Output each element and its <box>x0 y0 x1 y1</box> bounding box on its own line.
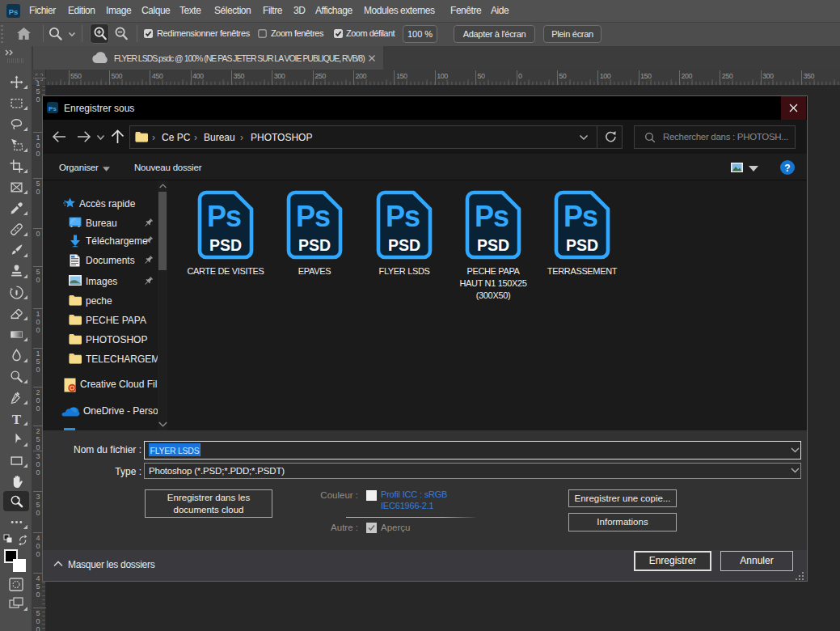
svg-text:PSD: PSD <box>566 236 598 254</box>
svg-text:PSD: PSD <box>298 236 331 254</box>
svg-text:T: T <box>12 412 22 426</box>
svg-text:Ps: Ps <box>386 200 420 233</box>
svg-text:Ps: Ps <box>475 200 509 233</box>
svg-text:?: ? <box>784 163 790 174</box>
svg-text:Ps: Ps <box>296 200 330 233</box>
svg-text:Ps: Ps <box>9 7 19 16</box>
svg-text:Ps: Ps <box>49 105 57 112</box>
svg-text:Ps: Ps <box>564 200 597 233</box>
svg-text:PSD: PSD <box>388 236 420 254</box>
svg-text:Ps: Ps <box>207 200 241 233</box>
svg-text:PSD: PSD <box>477 236 509 254</box>
svg-text:PSD: PSD <box>209 236 242 254</box>
